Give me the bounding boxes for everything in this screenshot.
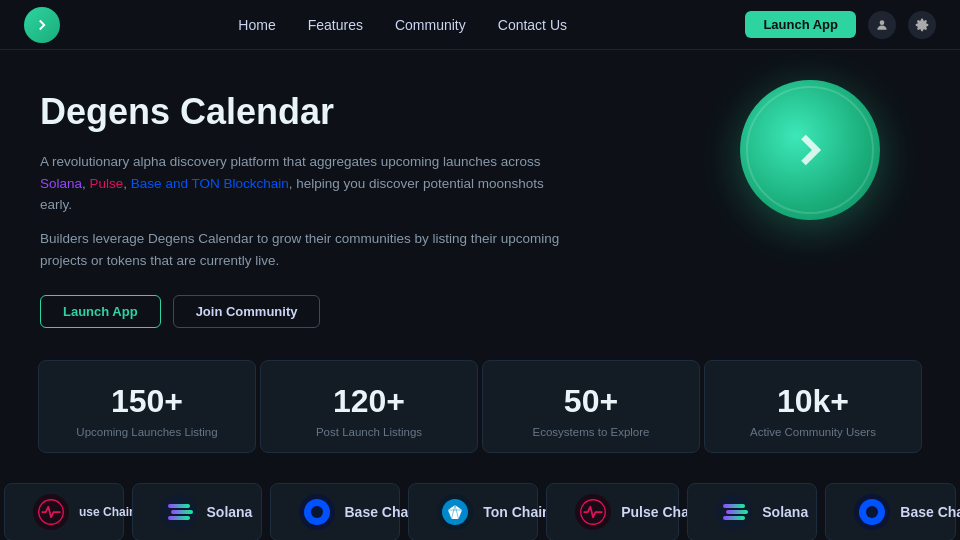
hero-buttons: Launch App Join Community <box>40 295 560 328</box>
nav-right: Launch App <box>745 11 936 39</box>
chain-ticker: use Chain Solana Base Chain <box>0 471 960 540</box>
hero-description-1: A revolutionary alpha discovery platform… <box>40 151 560 216</box>
chain-item-ton[interactable]: Ton Chain <box>408 483 538 540</box>
stat-number-150: 150+ <box>55 383 239 420</box>
hero-graphic <box>740 80 900 240</box>
stats-row: 150+ Upcoming Launches Listing 120+ Post… <box>0 358 960 455</box>
settings-icon[interactable] <box>908 11 936 39</box>
nav-community[interactable]: Community <box>395 17 466 33</box>
stat-number-50: 50+ <box>499 383 683 420</box>
solana-logo-2 <box>717 498 751 526</box>
launch-app-hero-button[interactable]: Launch App <box>40 295 161 328</box>
stat-users: 10k+ Active Community Users <box>704 360 922 453</box>
chain-item-base-1[interactable]: Base Chain <box>270 483 401 540</box>
ton-svg <box>446 503 464 521</box>
ton-icon <box>437 494 473 530</box>
hero-title: Degens Calendar <box>40 90 560 133</box>
solana-bar2-2 <box>726 510 748 514</box>
chain-item-base-2[interactable]: Base Chain <box>825 483 956 540</box>
navbar: Home Features Community Contact Us Launc… <box>0 0 960 50</box>
stat-number-120: 120+ <box>277 383 461 420</box>
nav-features[interactable]: Features <box>308 17 363 33</box>
base-inner-circle <box>311 506 323 518</box>
stat-number-10k: 10k+ <box>721 383 905 420</box>
solana-bar2-3 <box>723 516 745 520</box>
stat-ecosystems: 50+ Ecosystems to Explore <box>482 360 700 453</box>
pulse-highlight: Pulse <box>90 176 124 191</box>
nav-links: Home Features Community Contact Us <box>238 17 567 33</box>
base-inner-circle-2 <box>866 506 878 518</box>
nav-home[interactable]: Home <box>238 17 275 33</box>
stat-label-post: Post Launch Listings <box>277 426 461 438</box>
hero-description-2: Builders leverage Degens Calendar to gro… <box>40 228 560 271</box>
pulse-icon-partial <box>33 494 69 530</box>
solana-logo <box>162 498 196 526</box>
chain-name-base-2: Base Chain <box>900 504 960 520</box>
nav-contact[interactable]: Contact Us <box>498 17 567 33</box>
user-icon[interactable] <box>868 11 896 39</box>
solana-icon-1 <box>161 494 197 530</box>
base-circle-logo <box>304 499 330 525</box>
stat-label-users: Active Community Users <box>721 426 905 438</box>
coin-logo <box>740 80 880 220</box>
solana-bar-1 <box>168 504 190 508</box>
solana-bar2-1 <box>723 504 745 508</box>
stat-post-launches: 120+ Post Launch Listings <box>260 360 478 453</box>
stat-upcoming-launches: 150+ Upcoming Launches Listing <box>38 360 256 453</box>
hero-section: Degens Calendar A revolutionary alpha di… <box>0 50 960 358</box>
chain-item-pulse-2[interactable]: Pulse Chain <box>546 483 679 540</box>
chain-name-solana-1: Solana <box>207 504 253 520</box>
chain-name-ton: Ton Chain <box>483 504 550 520</box>
chain-item-pulse-partial[interactable]: use Chain <box>4 483 124 540</box>
solana-highlight: Solana <box>40 176 82 191</box>
base-icon-1 <box>299 494 335 530</box>
hero-text: Degens Calendar A revolutionary alpha di… <box>40 90 560 328</box>
logo-button[interactable] <box>24 7 60 43</box>
solana-icon-2 <box>716 494 752 530</box>
pulse-icon-2 <box>575 494 611 530</box>
base-circle-logo-2 <box>859 499 885 525</box>
ton-logo <box>442 499 468 525</box>
base-ton-highlight: Base and TON Blockchain <box>131 176 289 191</box>
solana-bar-3 <box>168 516 190 520</box>
launch-app-nav-button[interactable]: Launch App <box>745 11 856 38</box>
chain-name-solana-2: Solana <box>762 504 808 520</box>
chain-item-solana-1[interactable]: Solana <box>132 483 262 540</box>
join-community-button[interactable]: Join Community <box>173 295 321 328</box>
chain-name-pulse-partial: use Chain <box>79 505 136 519</box>
stat-label-upcoming: Upcoming Launches Listing <box>55 426 239 438</box>
svg-point-0 <box>880 20 885 25</box>
solana-bar-2 <box>171 510 193 514</box>
stat-label-ecosystems: Ecosystems to Explore <box>499 426 683 438</box>
chain-item-solana-2[interactable]: Solana <box>687 483 817 540</box>
base-icon-2 <box>854 494 890 530</box>
